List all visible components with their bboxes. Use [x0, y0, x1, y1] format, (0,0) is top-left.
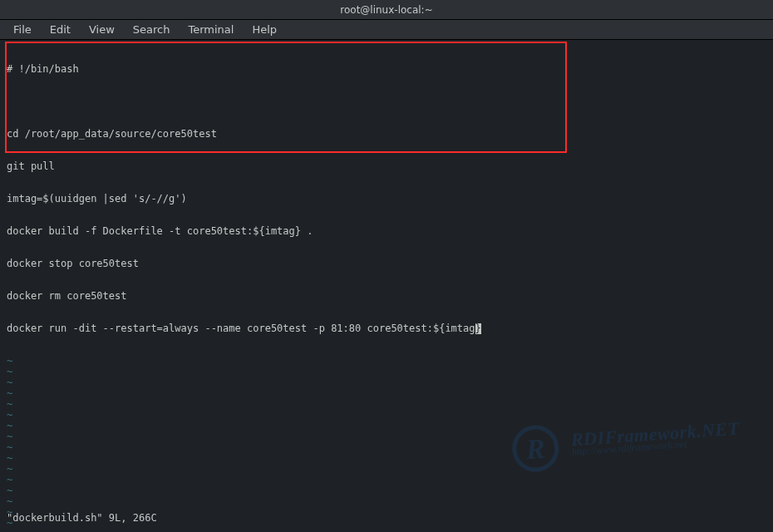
text-cursor: } — [475, 323, 481, 334]
editor-line: imtag=$(uuidgen |sed 's/-//g') — [7, 194, 766, 204]
tilde-line: ~ — [7, 410, 766, 421]
menu-search[interactable]: Search — [125, 22, 179, 37]
tilde-line: ~ — [7, 388, 766, 399]
editor-line — [7, 96, 766, 107]
tilde-line: ~ — [7, 421, 766, 431]
editor-line: # !/bin/bash — [7, 64, 766, 75]
menu-help[interactable]: Help — [244, 22, 285, 37]
editor-content: # !/bin/bash cd /root/app_data/source/co… — [0, 40, 773, 356]
editor-line: git pull — [7, 161, 766, 172]
tilde-line: ~ — [7, 475, 766, 485]
editor-line: docker run -dit --restart=always --name … — [7, 323, 766, 334]
tilde-line: ~ — [7, 453, 766, 464]
tilde-lines: ~~~~~~~~~~~~~~~~~~~~~~~~~~~~~~~ — [0, 356, 773, 532]
menubar: File Edit View Search Terminal Help — [0, 20, 773, 40]
tilde-line: ~ — [7, 367, 766, 377]
menu-file[interactable]: File — [5, 22, 40, 37]
tilde-line: ~ — [7, 356, 766, 367]
tilde-line: ~ — [7, 485, 766, 496]
menu-edit[interactable]: Edit — [42, 22, 79, 37]
tilde-line: ~ — [7, 529, 766, 532]
tilde-line: ~ — [7, 496, 766, 507]
tilde-line: ~ — [7, 442, 766, 453]
tilde-line: ~ — [7, 431, 766, 442]
vim-status-line: "dockerbuild.sh" 9L, 266C — [7, 513, 157, 524]
tilde-line: ~ — [7, 399, 766, 410]
terminal-area[interactable]: # !/bin/bash cd /root/app_data/source/co… — [0, 40, 773, 532]
editor-line: cd /root/app_data/source/core50test — [7, 129, 766, 140]
tilde-line: ~ — [7, 464, 766, 475]
editor-line: docker build -f Dockerfile -t core50test… — [7, 226, 766, 237]
window-title: root@linux-local:~ — [340, 4, 432, 16]
window-titlebar: root@linux-local:~ — [0, 0, 773, 20]
menu-terminal[interactable]: Terminal — [180, 22, 242, 37]
editor-line: docker rm core50test — [7, 291, 766, 302]
tilde-line: ~ — [7, 377, 766, 388]
editor-line: docker stop core50test — [7, 259, 766, 269]
menu-view[interactable]: View — [81, 22, 123, 37]
